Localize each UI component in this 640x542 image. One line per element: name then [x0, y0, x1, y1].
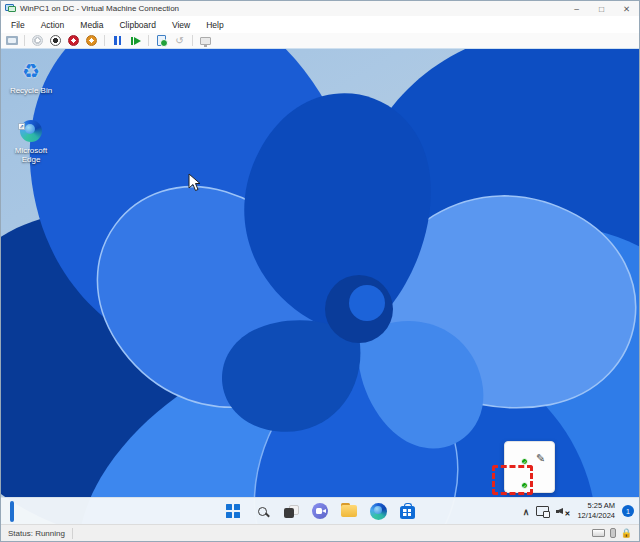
search-icon — [258, 507, 267, 516]
turn-off-button[interactable] — [49, 34, 62, 47]
minimize-button[interactable]: – — [564, 1, 589, 16]
toolbar-separator — [192, 35, 193, 46]
toolbar-separator — [148, 35, 149, 46]
pause-icon — [114, 36, 121, 45]
toolbar-separator — [24, 35, 25, 46]
menu-media[interactable]: Media — [72, 18, 111, 32]
status-usb-icon — [610, 528, 616, 538]
desktop-icon-label: Recycle Bin — [5, 86, 57, 95]
file-explorer-button[interactable] — [341, 503, 358, 520]
checkpoint-icon — [157, 35, 166, 46]
check-badge-icon: ✓ — [521, 458, 528, 465]
vm-desktop[interactable]: ♻ Recycle Bin ↗ Microsoft Edge ✓ ✎ — [1, 49, 639, 524]
task-view-button[interactable] — [283, 503, 300, 520]
taskbar: ∧ ✕ 5:25 AM 12/14/2024 1 — [1, 497, 639, 524]
tray-chevron-up-icon[interactable]: ∧ — [523, 507, 530, 517]
title-bar: WinPC1 on DC - Virtual Machine Connectio… — [1, 1, 639, 16]
task-view-icon — [284, 505, 299, 518]
vm-connection-window: WinPC1 on DC - Virtual Machine Connectio… — [0, 0, 640, 542]
turn-off-icon — [50, 35, 61, 46]
store-button[interactable] — [399, 503, 416, 520]
taskbar-widgets-button[interactable] — [10, 503, 14, 521]
edge-icon — [370, 503, 387, 520]
recycle-bin-icon: ♻ — [22, 61, 40, 81]
desktop-icon-microsoft-edge[interactable]: ↗ Microsoft Edge — [5, 117, 57, 164]
reset-button[interactable] — [129, 34, 142, 47]
annotation-highlight-box — [492, 465, 533, 495]
shut-down-icon — [68, 35, 79, 46]
enhanced-session-button[interactable] — [199, 34, 212, 47]
status-bar: Status: Running 🔒 — [1, 524, 639, 541]
microsoft-store-icon — [400, 506, 415, 519]
search-button[interactable] — [254, 503, 271, 520]
desktop-icon-label: Microsoft Edge — [5, 146, 57, 164]
clock-time: 5:25 AM — [577, 501, 615, 511]
ctrl-alt-delete-button[interactable] — [5, 34, 18, 47]
status-text: Status: Running — [8, 529, 65, 538]
close-button[interactable]: ✕ — [614, 1, 639, 16]
mouse-cursor — [188, 173, 202, 193]
file-explorer-icon — [341, 505, 357, 517]
start-vm-button[interactable] — [31, 34, 44, 47]
save-vm-button[interactable] — [85, 34, 98, 47]
tray-pen-icon[interactable]: ✎ — [536, 448, 550, 462]
taskbar-clock[interactable]: 5:25 AM 12/14/2024 — [577, 501, 615, 521]
menu-file[interactable]: File — [3, 18, 33, 32]
save-icon — [86, 35, 97, 46]
status-keyboard-icon — [592, 529, 605, 537]
keyboard-icon — [6, 36, 18, 45]
enhanced-session-icon — [200, 37, 211, 45]
clock-date: 12/14/2024 — [577, 511, 615, 521]
toolbar-separator — [104, 35, 105, 46]
menu-help[interactable]: Help — [198, 18, 231, 32]
windows-start-icon — [226, 504, 240, 518]
network-tray-icon[interactable] — [536, 506, 549, 516]
edge-taskbar-button[interactable] — [370, 503, 387, 520]
shut-down-button[interactable] — [67, 34, 80, 47]
chat-icon — [312, 503, 328, 519]
start-button[interactable] — [225, 503, 242, 520]
desktop-icon-recycle-bin[interactable]: ♻ Recycle Bin — [5, 57, 57, 95]
shortcut-arrow-icon: ↗ — [18, 123, 25, 130]
vm-toolbar: ↺ — [1, 33, 639, 49]
tray-security-check-icon[interactable]: ✓ — [512, 449, 526, 463]
revert-icon: ↺ — [175, 36, 183, 46]
volume-muted-icon[interactable]: ✕ — [556, 506, 570, 517]
maximize-button[interactable]: □ — [589, 1, 614, 16]
status-lock-icon: 🔒 — [621, 529, 632, 538]
menu-clipboard[interactable]: Clipboard — [111, 18, 163, 32]
widgets-icon — [10, 501, 14, 522]
status-separator — [72, 528, 73, 539]
reset-icon — [131, 37, 141, 45]
chat-button[interactable] — [312, 503, 329, 520]
window-title: WinPC1 on DC - Virtual Machine Connectio… — [20, 4, 179, 13]
start-icon — [32, 35, 43, 46]
pause-button[interactable] — [111, 34, 124, 47]
notification-badge[interactable]: 1 — [622, 505, 634, 517]
checkpoint-button[interactable] — [155, 34, 168, 47]
menu-action[interactable]: Action — [33, 18, 73, 32]
vmconnect-app-icon — [5, 4, 16, 13]
menu-bar: File Action Media Clipboard View Help — [1, 16, 639, 33]
revert-button[interactable]: ↺ — [173, 34, 186, 47]
menu-view[interactable]: View — [164, 18, 198, 32]
